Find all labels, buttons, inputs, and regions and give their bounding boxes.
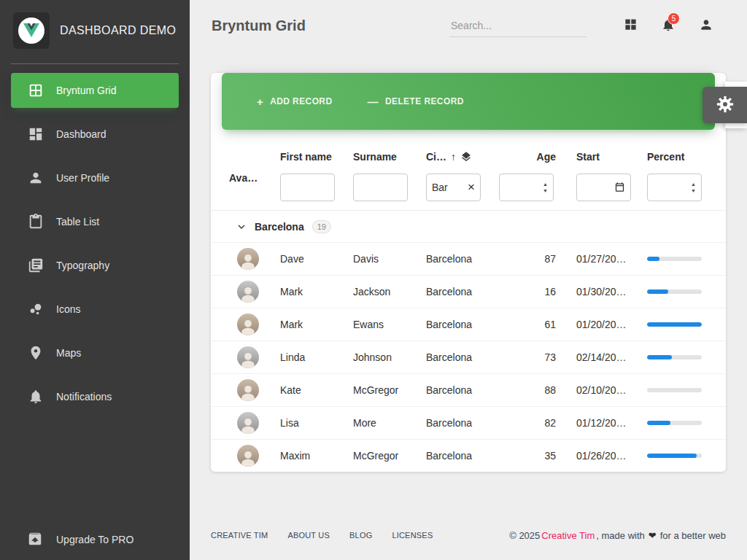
cell-age: 82 bbox=[499, 417, 556, 429]
column-header-percent[interactable]: Percent bbox=[647, 146, 705, 168]
cell-first-name: Maxim bbox=[280, 450, 353, 462]
spinner-up-icon[interactable]: ▲ bbox=[691, 182, 696, 187]
sidebar-item-label: Typography bbox=[56, 260, 109, 271]
add-record-button[interactable]: + ADD RECORD bbox=[257, 96, 333, 108]
cell-city: Barcelona bbox=[426, 417, 499, 429]
sidebar-item-label: Bryntum Grid bbox=[56, 85, 116, 96]
notification-badge: 5 bbox=[667, 12, 680, 25]
group-layers-icon[interactable] bbox=[460, 151, 472, 163]
profile-button[interactable] bbox=[687, 9, 725, 42]
footer-link-blog[interactable]: BLOG bbox=[349, 531, 372, 540]
footer-link-about-us[interactable]: ABOUT US bbox=[287, 531, 330, 540]
table-row[interactable]: Mark Jackson Barcelona 16 01/30/20… bbox=[211, 275, 726, 308]
sort-asc-icon: ↑ bbox=[451, 151, 456, 163]
unarchive-icon bbox=[27, 531, 44, 548]
spinner-up-icon[interactable]: ▲ bbox=[543, 182, 548, 187]
cell-surname: Davis bbox=[353, 253, 426, 265]
column-header-city[interactable]: Ci… ↑ bbox=[426, 146, 499, 168]
bubble-chart-icon bbox=[27, 300, 44, 318]
sidebar-item-typography[interactable]: Typography bbox=[11, 248, 179, 283]
cell-city: Barcelona bbox=[426, 450, 499, 462]
table-row[interactable]: Lisa More Barcelona 82 01/12/20… bbox=[211, 406, 726, 439]
brand[interactable]: DASHBOARD DEMO bbox=[0, 0, 190, 59]
sidebar-item-label: Dashboard bbox=[56, 128, 107, 140]
filter-cell-age: ▲ ▼ bbox=[499, 168, 556, 201]
cell-start: 01/30/20… bbox=[556, 286, 647, 298]
age-filter-input[interactable] bbox=[505, 182, 540, 193]
person-icon bbox=[27, 169, 44, 187]
cell-age: 16 bbox=[499, 286, 556, 298]
notifications-button[interactable]: 5 bbox=[649, 9, 687, 42]
spinner-down-icon[interactable]: ▼ bbox=[691, 189, 696, 193]
first-name-filter-input[interactable] bbox=[286, 182, 329, 193]
column-header-age[interactable]: Age bbox=[499, 146, 556, 168]
page-title: Bryntum Grid bbox=[212, 18, 306, 34]
surname-filter-input[interactable] bbox=[359, 182, 402, 193]
sidebar-item-bryntum-grid[interactable]: Bryntum Grid bbox=[11, 73, 179, 108]
filter-cell-surname bbox=[353, 168, 426, 201]
sidebar-item-user-profile[interactable]: User Profile bbox=[11, 160, 179, 195]
delete-record-label: DELETE RECORD bbox=[385, 96, 464, 106]
heart-icon: ❤ bbox=[646, 530, 659, 541]
avatar bbox=[237, 445, 259, 467]
table-row[interactable]: Dave Davis Barcelona 87 01/27/20… bbox=[211, 242, 726, 275]
main-area: Bryntum Grid 5 bbox=[190, 0, 747, 560]
cell-surname: McGregor bbox=[353, 450, 426, 462]
apps-icon bbox=[624, 18, 638, 34]
delete-record-button[interactable]: — DELETE RECORD bbox=[368, 96, 464, 108]
topbar: Bryntum Grid 5 bbox=[190, 0, 747, 51]
sidebar-item-table-list[interactable]: Table List bbox=[11, 204, 179, 239]
filter-cell-start bbox=[556, 168, 647, 201]
footer-link-creative-tim[interactable]: CREATIVE TIM bbox=[211, 531, 268, 540]
copyright: © 2025 Creative Tim , made with ❤ for a … bbox=[509, 530, 726, 541]
search-input[interactable] bbox=[449, 15, 587, 37]
clipboard-icon bbox=[27, 213, 44, 230]
settings-button[interactable] bbox=[703, 87, 747, 123]
spinner-down-icon[interactable]: ▼ bbox=[543, 189, 548, 193]
cell-start: 02/14/20… bbox=[556, 351, 647, 363]
chevron-down-icon[interactable] bbox=[235, 220, 248, 233]
table-row[interactable]: Linda Johnson Barcelona 73 02/14/20… bbox=[211, 341, 726, 373]
group-row-barcelona[interactable]: Barcelona 19 bbox=[211, 210, 726, 242]
column-header-avatar[interactable]: Ava… bbox=[229, 172, 280, 184]
table-row[interactable]: Maxim McGregor Barcelona 35 01/26/20… bbox=[211, 439, 726, 472]
grid-icon bbox=[27, 82, 44, 99]
creative-tim-link[interactable]: Creative Tim bbox=[541, 530, 595, 541]
cell-surname: McGregor bbox=[353, 384, 426, 396]
footer-link-licenses[interactable]: LICENSES bbox=[392, 531, 433, 540]
start-filter-input[interactable] bbox=[582, 182, 611, 193]
sidebar-item-label: User Profile bbox=[56, 172, 109, 184]
apps-button[interactable] bbox=[611, 9, 649, 42]
city-filter-input[interactable] bbox=[432, 182, 465, 193]
column-header-first-name[interactable]: First name bbox=[280, 146, 353, 168]
avatar bbox=[237, 314, 259, 335]
brand-title: DASHBOARD DEMO bbox=[60, 24, 176, 37]
percent-bar bbox=[647, 454, 702, 458]
avatar bbox=[237, 379, 259, 401]
cell-start: 01/12/20… bbox=[556, 417, 647, 429]
sidebar-item-maps[interactable]: Maps bbox=[11, 335, 179, 370]
percent-filter-input[interactable] bbox=[653, 182, 688, 193]
vue-logo-icon bbox=[18, 18, 44, 44]
sidebar-item-icons[interactable]: Icons bbox=[11, 292, 179, 327]
sidebar: DASHBOARD DEMO Bryntum Grid Dashboard Us… bbox=[0, 0, 190, 560]
percent-bar bbox=[647, 421, 702, 425]
sidebar-item-label: Table List bbox=[56, 216, 99, 228]
filter-cell-city: × bbox=[426, 168, 499, 201]
cell-start: 01/20/20… bbox=[556, 319, 647, 330]
percent-bar bbox=[647, 355, 702, 359]
grid-header: Ava… First name Surname Ci… ↑ Age Start … bbox=[211, 146, 726, 210]
sidebar-item-dashboard[interactable]: Dashboard bbox=[11, 117, 179, 152]
table-row[interactable]: Kate McGregor Barcelona 88 02/10/20… bbox=[211, 373, 726, 406]
clear-filter-icon[interactable]: × bbox=[468, 181, 475, 195]
cell-surname: Jackson bbox=[353, 286, 426, 298]
filter-cell-percent: ▲ ▼ bbox=[647, 168, 705, 201]
column-header-surname[interactable]: Surname bbox=[353, 146, 426, 168]
cell-start: 01/26/20… bbox=[556, 450, 647, 462]
column-header-start[interactable]: Start bbox=[556, 146, 647, 168]
sidebar-item-upgrade-pro[interactable]: Upgrade To PRO bbox=[0, 522, 190, 559]
calendar-icon[interactable] bbox=[614, 182, 625, 193]
table-row[interactable]: Mark Ewans Barcelona 61 01/20/20… bbox=[211, 308, 726, 341]
sidebar-item-notifications[interactable]: Notifications bbox=[11, 379, 179, 414]
cell-start: 02/10/20… bbox=[556, 384, 647, 396]
